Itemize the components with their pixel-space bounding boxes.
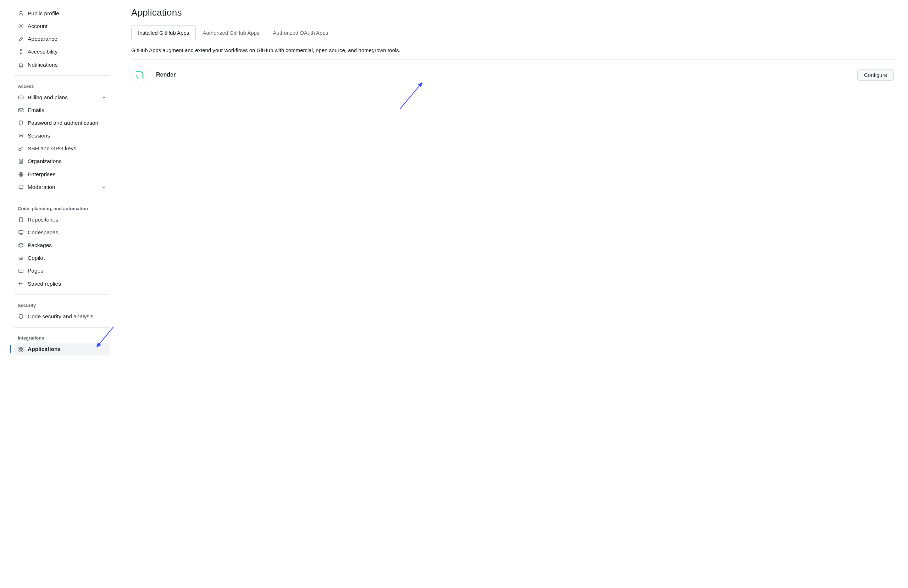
broadcast-icon	[18, 133, 24, 139]
divider	[14, 294, 110, 295]
main-content: Applications Installed GitHub Apps Autho…	[121, 7, 894, 574]
sidebar-item-saved-replies[interactable]: Saved replies	[14, 278, 110, 290]
sidebar-item-enterprises[interactable]: Enterprises	[14, 168, 110, 181]
sidebar-item-pages[interactable]: Pages	[14, 264, 110, 277]
tab-panel: GitHub Apps augment and extend your work…	[131, 40, 894, 90]
sidebar-item-label: Appearance	[28, 35, 58, 43]
tab-installed-github-apps[interactable]: Installed GitHub Apps	[131, 25, 196, 40]
globe-icon	[18, 171, 24, 178]
app-avatar[interactable]	[131, 66, 148, 83]
sidebar-item-label: Applications	[28, 345, 61, 353]
app-name-link[interactable]: Render	[156, 72, 175, 78]
sidebar-item-label: Packages	[28, 242, 52, 249]
svg-rect-17	[22, 347, 23, 349]
sidebar-item-packages[interactable]: Packages	[14, 239, 110, 252]
svg-rect-16	[19, 347, 21, 349]
sidebar-item-moderation[interactable]: Moderation	[14, 181, 110, 193]
accessibility-icon	[18, 48, 24, 55]
svg-point-1	[20, 26, 22, 27]
configure-button[interactable]: Configure	[857, 69, 894, 81]
sidebar-item-label: Sessions	[28, 132, 50, 139]
sidebar-code-list: Repositories Codespaces Packages Copilot…	[14, 214, 110, 290]
svg-point-14	[21, 258, 22, 259]
sidebar-top-list: Public profile Account Appearance Access…	[14, 7, 110, 71]
sidebar-item-label: Codespaces	[28, 229, 58, 236]
section-label-code: Code, planning, and automation	[14, 202, 110, 214]
panel-description: GitHub Apps augment and extend your work…	[131, 47, 894, 53]
svg-rect-15	[19, 269, 23, 273]
sidebar-item-label: Account	[28, 22, 48, 30]
person-icon	[18, 10, 24, 17]
sidebar-item-billing[interactable]: Billing and plans	[14, 91, 110, 104]
repo-icon	[18, 217, 24, 223]
svg-rect-9	[19, 185, 23, 188]
svg-rect-11	[19, 231, 23, 234]
sidebar-item-accessibility[interactable]: Accessibility	[14, 45, 110, 58]
shield-lock-icon	[18, 120, 24, 126]
sidebar-item-repositories[interactable]: Repositories	[14, 214, 110, 226]
sidebar-security-list: Code security and analysis	[14, 310, 110, 323]
page-title: Applications	[131, 7, 894, 18]
package-icon	[18, 242, 24, 249]
sidebar-item-organizations[interactable]: Organizations	[14, 155, 110, 168]
tab-authorized-oauth-apps[interactable]: Authorized OAuth Apps	[266, 25, 335, 40]
sidebar-item-notifications[interactable]: Notifications	[14, 58, 110, 71]
sidebar-access-list: Billing and plans Emails Password and au…	[14, 91, 110, 193]
sidebar-integrations-list: Applications	[14, 343, 110, 355]
key-icon	[18, 145, 24, 152]
section-label-integrations: Integrations	[14, 332, 110, 343]
divider	[14, 198, 110, 198]
sidebar-item-public-profile[interactable]: Public profile	[14, 7, 110, 20]
paintbrush-icon	[18, 36, 24, 42]
sidebar-item-label: Repositories	[28, 216, 58, 223]
section-label-access: Access	[14, 80, 110, 91]
copilot-icon	[18, 255, 24, 261]
sidebar-item-sessions[interactable]: Sessions	[14, 129, 110, 142]
divider	[14, 327, 110, 328]
gear-icon	[18, 23, 24, 29]
sidebar-item-label: SSH and GPG keys	[28, 145, 76, 152]
codespaces-icon	[18, 229, 24, 236]
sidebar-item-account[interactable]: Account	[14, 20, 110, 33]
sidebar-item-label: Emails	[28, 107, 44, 114]
bell-icon	[18, 62, 24, 68]
sidebar-item-label: Copilot	[28, 254, 45, 262]
svg-point-13	[20, 258, 21, 259]
sidebar-item-copilot[interactable]: Copilot	[14, 252, 110, 264]
sidebar-item-appearance[interactable]: Appearance	[14, 33, 110, 45]
reply-icon	[18, 281, 24, 287]
svg-rect-18	[19, 349, 21, 351]
shield-lock-icon	[18, 313, 24, 320]
sidebar-item-label: Billing and plans	[28, 94, 68, 101]
browser-icon	[18, 268, 24, 274]
svg-rect-3	[19, 96, 23, 99]
sidebar-item-label: Password and authentication	[28, 119, 98, 127]
report-icon	[18, 184, 24, 190]
sidebar-item-emails[interactable]: Emails	[14, 104, 110, 117]
svg-rect-19	[22, 349, 23, 351]
sidebar-item-password[interactable]: Password and authentication	[14, 117, 110, 129]
app-row: Render Configure	[131, 60, 894, 90]
sidebar-item-label: Enterprises	[28, 171, 55, 178]
sidebar-item-code-security[interactable]: Code security and analysis	[14, 310, 110, 323]
sidebar-item-label: Public profile	[28, 10, 59, 17]
tab-authorized-github-apps[interactable]: Authorized GitHub Apps	[196, 25, 266, 40]
svg-rect-7	[19, 159, 23, 163]
sidebar-item-label: Notifications	[28, 61, 58, 68]
settings-sidebar: Public profile Account Appearance Access…	[14, 7, 121, 574]
divider	[14, 76, 110, 76]
sidebar-item-applications[interactable]: Applications	[14, 343, 110, 355]
section-label-security: Security	[14, 299, 110, 310]
chevron-down-icon	[101, 95, 106, 100]
installed-apps-list: Render Configure	[131, 59, 894, 90]
sidebar-item-label: Pages	[28, 267, 43, 274]
sidebar-item-label: Saved replies	[28, 280, 61, 288]
tabs: Installed GitHub Apps Authorized GitHub …	[131, 25, 894, 40]
svg-point-0	[20, 11, 22, 13]
credit-card-icon	[18, 94, 24, 101]
render-logo-icon	[135, 70, 144, 79]
sidebar-item-codespaces[interactable]: Codespaces	[14, 226, 110, 239]
svg-rect-12	[19, 257, 23, 259]
sidebar-item-ssh-keys[interactable]: SSH and GPG keys	[14, 142, 110, 155]
sidebar-item-label: Code security and analysis	[28, 313, 93, 320]
